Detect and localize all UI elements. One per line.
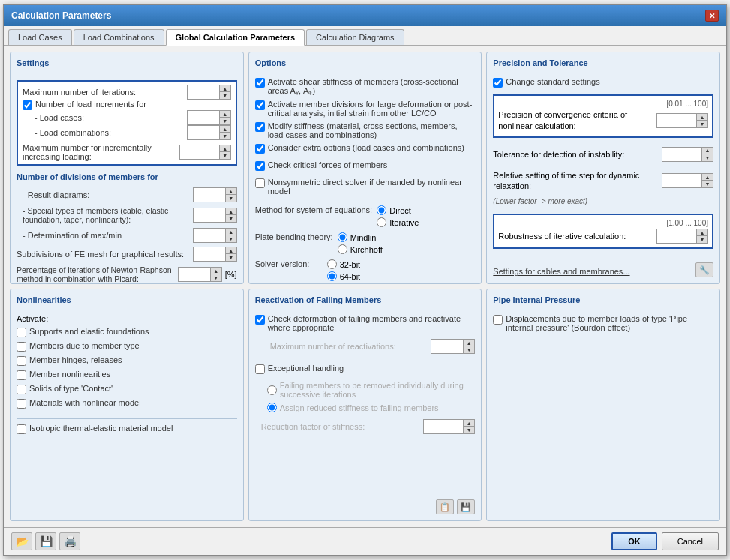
max-reactivations-spinner[interactable]: 3 ▲ ▼ [431,339,475,354]
dynamic-relaxation-input[interactable]: 1.00 [662,174,701,187]
tab-load-cases[interactable]: Load Cases [8,29,72,45]
dynamic-relaxation-up[interactable]: ▲ [702,174,713,181]
nl-item-5-checkbox[interactable] [17,399,26,409]
tab-global-calc[interactable]: Global Calculation Parameters [166,29,305,46]
robustness-spinner[interactable]: 1.00 ▲ ▼ [656,229,708,244]
options-cb1-checkbox[interactable] [255,78,265,88]
load-cases-spinner[interactable]: 1 ▲ ▼ [187,110,231,125]
assign-stiffness-radio[interactable] [267,403,277,412]
percentage-input[interactable]: 5 [179,268,210,281]
special-types-up[interactable]: ▲ [226,208,236,215]
bottom-icon-btn-1[interactable]: 📂 [11,532,32,550]
load-combinations-spinner[interactable]: 1 ▲ ▼ [187,125,231,140]
robustness-up[interactable]: ▲ [697,229,707,236]
special-types-input[interactable]: 10 [194,208,225,222]
failing-members-radio[interactable] [267,385,277,395]
subdivisions-down[interactable]: ▼ [226,254,236,261]
nl-item-4-checkbox[interactable] [17,385,26,394]
reduction-up[interactable]: ▲ [464,420,474,427]
determination-up[interactable]: ▲ [226,229,236,235]
load-cases-input[interactable]: 1 [188,111,219,124]
options-cb6-checkbox[interactable] [255,178,265,188]
reduction-input[interactable]: 1000 [424,420,463,433]
cables-link[interactable]: Settings for cables and membranes... [493,267,629,276]
nl-item-6-checkbox[interactable] [17,424,26,434]
bottom-icon-btn-2[interactable]: 💾 [35,532,56,550]
max-iterations-input[interactable]: 100 [188,85,219,99]
iterative-radio[interactable] [377,217,386,227]
tab-calc-diagrams[interactable]: Calculation Diagrams [306,29,404,45]
max-iterations-up[interactable]: ▲ [220,85,230,92]
reactivation-cb1-checkbox[interactable] [255,315,265,325]
close-button[interactable]: ✕ [705,10,719,22]
max-iterations-down[interactable]: ▼ [220,92,230,99]
load-cases-down[interactable]: ▼ [220,118,230,124]
subdivisions-spinner[interactable]: 3 ▲ ▼ [193,247,237,262]
max-incrementally-up[interactable]: ▲ [220,145,230,152]
reduction-spinner[interactable]: 1000 ▲ ▼ [423,419,475,434]
result-diagrams-input[interactable]: 10 [194,188,225,202]
ok-button[interactable]: OK [611,532,657,550]
percentage-spinner[interactable]: 5 ▲ ▼ [178,267,222,282]
tab-load-combinations[interactable]: Load Combinations [74,29,164,45]
max-reactivations-down[interactable]: ▼ [464,346,474,353]
cancel-button[interactable]: Cancel [662,532,719,550]
load-combinations-down[interactable]: ▼ [220,133,230,139]
determination-spinner[interactable]: 10 ▲ ▼ [193,228,237,243]
dynamic-relaxation-down[interactable]: ▼ [702,181,713,187]
change-settings-checkbox[interactable] [493,78,503,88]
mindlin-radio[interactable] [338,232,347,242]
kirchhoff-radio[interactable] [338,244,347,254]
nl-item-2-checkbox[interactable] [17,356,26,366]
instability-spinner[interactable]: 1.00 ▲ ▼ [662,147,713,162]
max-incrementally-spinner[interactable]: 1000 ▲ ▼ [179,145,231,160]
bit32-radio[interactable] [327,259,337,269]
dynamic-relaxation-spinner[interactable]: 1.00 ▲ ▼ [662,173,713,188]
convergence-up[interactable]: ▲ [697,114,707,121]
reactivation-icon-btn-1[interactable]: 📋 [436,499,454,514]
nl-item-0-checkbox[interactable] [17,328,26,337]
nl-item-1-checkbox[interactable] [17,342,26,352]
options-cb4-checkbox[interactable] [255,144,265,154]
nl-item-3-checkbox[interactable] [17,370,26,380]
num-load-increments-checkbox[interactable] [23,100,32,110]
result-diagrams-down[interactable]: ▼ [226,195,236,202]
cables-icon-btn[interactable]: 🔧 [695,262,713,277]
robustness-input[interactable]: 1.00 [657,229,696,243]
reactivation-icon-btn-2[interactable]: 💾 [457,499,475,514]
instability-down[interactable]: ▼ [702,154,713,161]
subdivisions-input[interactable]: 3 [194,247,225,261]
bit64-radio[interactable] [327,271,337,281]
direct-radio[interactable] [377,205,386,215]
load-combinations-up[interactable]: ▲ [220,126,230,133]
convergence-down[interactable]: ▼ [697,121,707,127]
instability-up[interactable]: ▲ [702,148,713,154]
result-diagrams-spinner[interactable]: 10 ▲ ▼ [193,187,237,202]
special-types-spinner[interactable]: 10 ▲ ▼ [193,208,237,223]
pipe-cb[interactable] [493,315,503,325]
convergence-spinner[interactable]: 1.00 ▲ ▼ [656,113,708,128]
load-combinations-input[interactable]: 1 [188,126,219,139]
special-types-down[interactable]: ▼ [226,215,236,222]
robustness-down[interactable]: ▼ [697,236,707,243]
max-reactivations-up[interactable]: ▲ [464,340,474,346]
percentage-down[interactable]: ▼ [211,274,221,281]
reduction-down[interactable]: ▼ [464,427,474,433]
options-cb3-checkbox[interactable] [255,122,265,132]
max-iterations-spinner[interactable]: 100 ▲ ▼ [187,85,231,100]
percentage-up[interactable]: ▲ [211,268,221,274]
max-reactivations-input[interactable]: 3 [431,340,463,353]
load-cases-up[interactable]: ▲ [220,111,230,118]
result-diagrams-up[interactable]: ▲ [226,188,236,195]
max-incrementally-input[interactable]: 1000 [180,145,219,159]
subdivisions-up[interactable]: ▲ [226,247,236,254]
bottom-icon-btn-3[interactable]: 🖨️ [59,532,80,550]
determination-input[interactable]: 10 [194,229,225,242]
reactivation-cb2-checkbox[interactable] [255,364,265,374]
options-cb2-checkbox[interactable] [255,100,265,110]
max-incrementally-down[interactable]: ▼ [220,152,230,159]
instability-input[interactable]: 1.00 [662,148,701,161]
options-cb5-checkbox[interactable] [255,161,265,171]
convergence-input[interactable]: 1.00 [657,114,696,127]
determination-down[interactable]: ▼ [226,235,236,242]
